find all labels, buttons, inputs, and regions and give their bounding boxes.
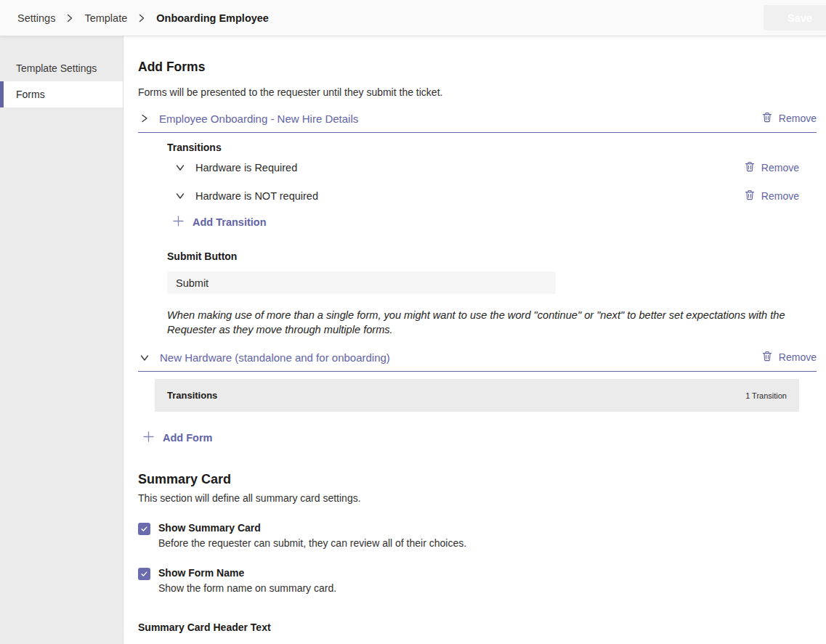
show-summary-card-label: Show Summary Card (158, 522, 466, 534)
multi-form-note: When making use of more than a single fo… (167, 308, 817, 337)
transition-name[interactable]: Hardware is Required (195, 162, 297, 174)
add-forms-title: Add Forms (138, 60, 817, 75)
form-name-link[interactable]: Employee Onboarding - New Hire Details (159, 113, 358, 125)
chevron-right-icon (66, 14, 73, 23)
form-name-link[interactable]: New Hardware (standalone and for onboard… (160, 351, 390, 364)
sidebar-item-forms[interactable]: Forms (0, 81, 123, 107)
chevron-right-icon[interactable] (139, 113, 149, 123)
form-row: Employee Onboarding - New Hire Details R… (138, 112, 817, 133)
collapsed-transitions-bar[interactable]: Transitions 1 Transition (155, 379, 799, 412)
submit-button-label: Submit Button (167, 250, 817, 262)
chevron-down-icon[interactable] (175, 191, 185, 200)
summary-card-header-text-label: Summary Card Header Text (138, 621, 817, 633)
form-details: Transitions Hardware is Required Remove (138, 133, 817, 337)
add-forms-description: Forms will be presented to the requester… (138, 86, 817, 98)
remove-label: Remove (761, 190, 799, 202)
transition-name[interactable]: Hardware is NOT required (195, 190, 318, 202)
add-transition-button[interactable]: Add Transition (173, 216, 267, 229)
remove-label: Remove (779, 351, 817, 363)
trash-icon (745, 189, 755, 203)
sidebar: Template Settings Forms (0, 36, 124, 644)
remove-label: Remove (779, 113, 817, 124)
checkbox-checked-icon[interactable] (138, 523, 150, 535)
main-content: Add Forms Forms will be presented to the… (124, 36, 826, 644)
form-row: New Hardware (standalone and for onboard… (138, 351, 817, 372)
remove-form-button[interactable]: Remove (762, 351, 817, 364)
submit-button-text-input[interactable] (167, 272, 556, 294)
summary-card-title: Summary Card (138, 472, 817, 487)
trash-icon (762, 112, 772, 125)
add-form-button[interactable]: Add Form (143, 431, 212, 444)
transition-row: Hardware is Required Remove (167, 153, 799, 182)
transition-count: 1 Transition (745, 391, 787, 400)
save-button[interactable]: Save (764, 5, 826, 30)
chevron-down-icon[interactable] (139, 353, 150, 362)
breadcrumb-settings[interactable]: Settings (17, 12, 55, 24)
transition-row: Hardware is NOT required Remove (167, 182, 799, 210)
checkbox-row-show-summary-card: Show Summary Card Before the requester c… (138, 522, 817, 549)
add-transition-label: Add Transition (193, 216, 267, 228)
show-form-name-label: Show Form Name (158, 567, 336, 579)
remove-form-button[interactable]: Remove (762, 112, 817, 125)
checkbox-checked-icon[interactable] (138, 568, 150, 580)
chevron-right-icon (138, 14, 145, 23)
show-summary-card-description: Before the requester can submit, they ca… (158, 537, 466, 549)
plus-icon (143, 431, 154, 444)
add-form-label: Add Form (163, 432, 212, 444)
sidebar-item-label: Template Settings (16, 62, 97, 74)
trash-icon (745, 161, 755, 174)
sidebar-item-template-settings[interactable]: Template Settings (0, 55, 123, 81)
remove-transition-button[interactable]: Remove (745, 189, 799, 203)
plus-icon (173, 216, 184, 229)
summary-card-description: This section will define all summary car… (138, 492, 817, 504)
summary-card-section: Summary Card This section will define al… (138, 472, 817, 644)
chevron-down-icon[interactable] (175, 163, 185, 172)
sidebar-item-label: Forms (16, 89, 45, 100)
remove-transition-button[interactable]: Remove (745, 161, 799, 174)
checkbox-row-show-form-name: Show Form Name Show the form name on sum… (138, 567, 817, 594)
transitions-label: Transitions (167, 142, 817, 153)
trash-icon (762, 351, 772, 364)
top-bar: Settings Template Onboarding Employee Sa… (0, 0, 826, 36)
transitions-label: Transitions (167, 390, 217, 401)
remove-label: Remove (761, 162, 799, 174)
breadcrumb-template[interactable]: Template (84, 12, 127, 24)
show-form-name-description: Show the form name on summary card. (158, 582, 336, 594)
breadcrumb-current-page: Onboarding Employee (156, 12, 269, 24)
breadcrumb: Settings Template Onboarding Employee (17, 12, 269, 24)
